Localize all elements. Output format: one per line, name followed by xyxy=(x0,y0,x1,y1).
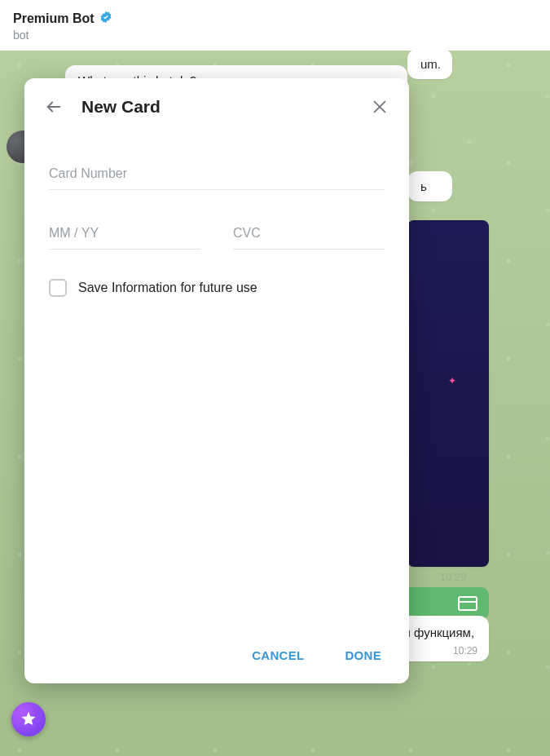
chat-title[interactable]: Premium Bot xyxy=(13,11,95,26)
media-attachment[interactable]: ✦ xyxy=(407,220,489,567)
save-card-label: Save Information for future use xyxy=(78,281,257,295)
modal-header: New Card xyxy=(24,78,409,135)
card-icon xyxy=(458,596,477,611)
modal-body: Save Information for future use xyxy=(24,135,409,634)
star-icon xyxy=(20,710,37,728)
done-button[interactable]: DONE xyxy=(345,648,381,662)
message-bubble-fragment: um. xyxy=(407,49,452,79)
back-button[interactable] xyxy=(39,92,68,122)
card-expiry-input[interactable] xyxy=(49,219,200,250)
chat-subtitle: bot xyxy=(13,29,537,42)
card-number-input[interactable] xyxy=(49,160,385,190)
message-timestamp: 10:29 xyxy=(440,571,467,583)
close-icon xyxy=(371,98,389,116)
close-button[interactable] xyxy=(365,92,394,122)
arrow-left-icon xyxy=(45,98,63,116)
sparkle-icon: ✦ xyxy=(448,375,456,387)
modal-footer: CANCEL DONE xyxy=(24,634,409,683)
message-bubble-fragment: ь xyxy=(407,171,452,201)
message-timestamp: 10:29 xyxy=(453,645,477,657)
premium-fab[interactable] xyxy=(11,702,46,736)
card-cvc-input[interactable] xyxy=(233,219,385,250)
verified-icon xyxy=(99,11,112,27)
cancel-button[interactable]: CANCEL xyxy=(252,648,304,662)
save-card-checkbox[interactable] xyxy=(49,279,67,297)
modal-title: New Card xyxy=(81,97,352,117)
new-card-modal: New Card Save Information for future use… xyxy=(24,78,409,683)
chat-header: Premium Bot bot xyxy=(0,0,550,51)
